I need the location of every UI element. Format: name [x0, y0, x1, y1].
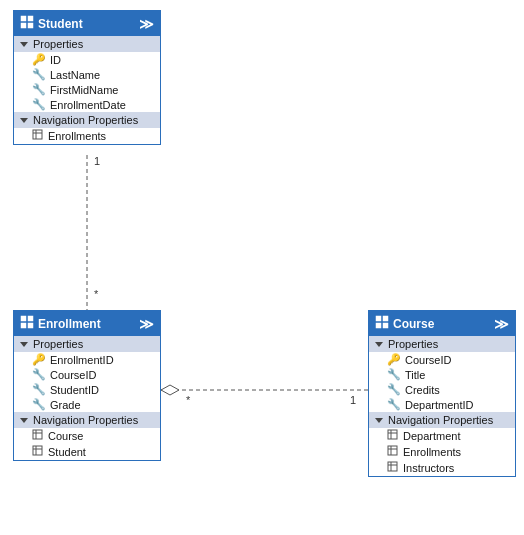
enrollment-nav-label: Navigation Properties: [33, 414, 138, 426]
nav-icon-instructors: [387, 461, 399, 475]
student-prop-lastname: 🔧 LastName: [14, 67, 160, 82]
enrollment-prop-triangle: [20, 342, 28, 347]
course-entity-icon: [375, 315, 389, 332]
student-properties-label: Properties: [33, 38, 83, 50]
svg-marker-2: [161, 385, 179, 395]
course-nav-instructors: Instructors: [369, 460, 515, 476]
svg-rect-7: [33, 130, 42, 139]
enrollment-properties-header: Properties: [14, 336, 160, 352]
enrollment-prop-id: 🔑 EnrollmentID: [14, 352, 160, 367]
key-icon-enrollmentid: 🔑: [32, 353, 46, 366]
enrollment-nav-triangle: [20, 418, 28, 423]
course-nav-header: Navigation Properties: [369, 412, 515, 428]
nav-icon-department: [387, 429, 399, 443]
enrollment-nav-student: Student: [14, 444, 160, 460]
svg-rect-24: [388, 430, 397, 439]
label-one-student: 1: [94, 155, 100, 167]
svg-rect-13: [28, 323, 33, 328]
svg-rect-10: [21, 316, 26, 321]
student-prop-firstmidname: 🔧 FirstMidName: [14, 82, 160, 97]
course-properties-header: Properties: [369, 336, 515, 352]
course-nav-label: Navigation Properties: [388, 414, 493, 426]
svg-rect-20: [376, 316, 381, 321]
prop-icon-credits: 🔧: [387, 383, 401, 396]
course-prop-title: 🔧 Title: [369, 367, 515, 382]
course-entity: Course ≫ Properties 🔑 CourseID 🔧 Title 🔧…: [368, 310, 516, 477]
label-many-enrollment: *: [94, 288, 98, 300]
course-prop-departmentid: 🔧 DepartmentID: [369, 397, 515, 412]
student-collapse-btn[interactable]: ≫: [139, 17, 154, 31]
svg-rect-21: [383, 316, 388, 321]
prop-icon-firstmidname: 🔧: [32, 83, 46, 96]
enrollment-entity: Enrollment ≫ Properties 🔑 EnrollmentID 🔧…: [13, 310, 161, 461]
prop-icon-studentid: 🔧: [32, 383, 46, 396]
prop-icon-grade: 🔧: [32, 398, 46, 411]
course-title: Course: [393, 317, 434, 331]
key-icon-courseid: 🔑: [387, 353, 401, 366]
student-nav-triangle: [20, 118, 28, 123]
nav-icon-enrollments: [32, 129, 44, 143]
svg-rect-11: [28, 316, 33, 321]
student-entity: Student ≫ Properties 🔑 ID 🔧 LastName 🔧 F…: [13, 10, 161, 145]
prop-icon-lastname: 🔧: [32, 68, 46, 81]
enrollment-prop-studentid: 🔧 StudentID: [14, 382, 160, 397]
svg-rect-5: [21, 23, 26, 28]
prop-icon-enrollmentdate: 🔧: [32, 98, 46, 111]
diagram-canvas: 1 * * 1 Student ≫ Properties: [0, 0, 524, 535]
student-nav-label: Navigation Properties: [33, 114, 138, 126]
student-entity-icon: [20, 15, 34, 32]
nav-icon-course: [32, 429, 44, 443]
course-prop-credits: 🔧 Credits: [369, 382, 515, 397]
key-icon-id: 🔑: [32, 53, 46, 66]
svg-rect-14: [33, 430, 42, 439]
enrollment-entity-icon: [20, 315, 34, 332]
enrollment-properties-label: Properties: [33, 338, 83, 350]
enrollment-prop-grade: 🔧 Grade: [14, 397, 160, 412]
svg-rect-17: [33, 446, 42, 455]
svg-rect-6: [28, 23, 33, 28]
student-header: Student ≫: [14, 11, 160, 36]
enrollment-title: Enrollment: [38, 317, 101, 331]
student-prop-enrollmentdate: 🔧 EnrollmentDate: [14, 97, 160, 112]
student-nav-header: Navigation Properties: [14, 112, 160, 128]
course-header: Course ≫: [369, 311, 515, 336]
svg-rect-3: [21, 16, 26, 21]
student-title: Student: [38, 17, 83, 31]
svg-rect-12: [21, 323, 26, 328]
course-collapse-btn[interactable]: ≫: [494, 317, 509, 331]
enrollment-prop-courseid: 🔧 CourseID: [14, 367, 160, 382]
label-many-course-rel: *: [186, 394, 190, 406]
svg-rect-23: [383, 323, 388, 328]
nav-icon-student: [32, 445, 44, 459]
svg-rect-4: [28, 16, 33, 21]
student-properties-header: Properties: [14, 36, 160, 52]
enrollment-collapse-btn[interactable]: ≫: [139, 317, 154, 331]
course-nav-department: Department: [369, 428, 515, 444]
prop-icon-departmentid: 🔧: [387, 398, 401, 411]
course-properties-label: Properties: [388, 338, 438, 350]
enrollment-nav-header: Navigation Properties: [14, 412, 160, 428]
enrollment-header: Enrollment ≫: [14, 311, 160, 336]
svg-rect-27: [388, 446, 397, 455]
nav-icon-course-enrollments: [387, 445, 399, 459]
prop-icon-courseid: 🔧: [32, 368, 46, 381]
enrollment-nav-course: Course: [14, 428, 160, 444]
label-one-course-rel: 1: [350, 394, 356, 406]
course-prop-triangle: [375, 342, 383, 347]
prop-icon-title: 🔧: [387, 368, 401, 381]
student-prop-id: 🔑 ID: [14, 52, 160, 67]
svg-rect-22: [376, 323, 381, 328]
student-prop-triangle: [20, 42, 28, 47]
course-nav-triangle: [375, 418, 383, 423]
svg-rect-30: [388, 462, 397, 471]
student-nav-enrollments: Enrollments: [14, 128, 160, 144]
course-nav-enrollments: Enrollments: [369, 444, 515, 460]
course-prop-id: 🔑 CourseID: [369, 352, 515, 367]
